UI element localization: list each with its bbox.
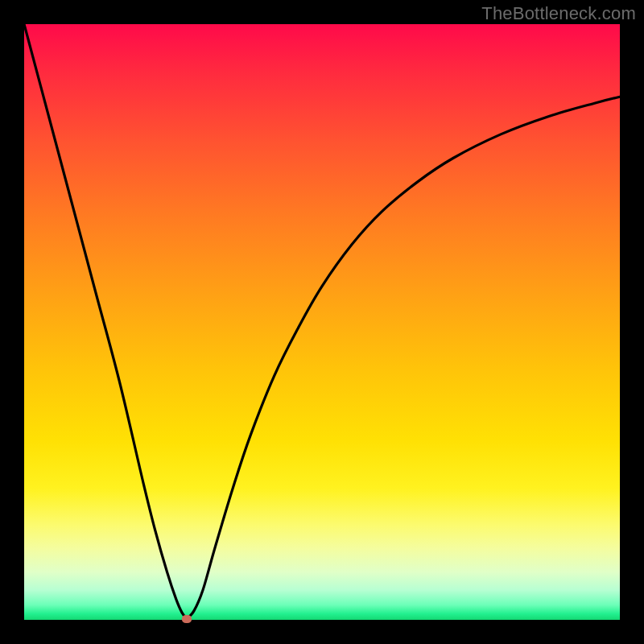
watermark-text: TheBottleneck.com [481,3,636,24]
minimum-marker [182,615,192,623]
plot-area [24,24,620,620]
chart-frame: TheBottleneck.com [0,0,644,644]
bottleneck-curve [24,24,620,620]
